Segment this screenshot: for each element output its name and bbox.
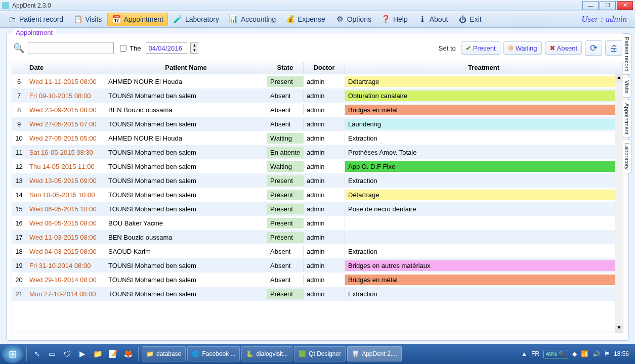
cell-doctor[interactable]: admin: [304, 204, 345, 214]
cell-treatment[interactable]: Extraction: [345, 175, 623, 186]
toolbar-laboratory[interactable]: 🧪Laboratory: [169, 13, 224, 26]
cell-state[interactable]: Absent: [267, 90, 304, 101]
cell-doctor[interactable]: admin: [304, 232, 345, 243]
col-date[interactable]: Date: [26, 62, 105, 74]
cell-patient[interactable]: AHMED NOUR El Houda: [105, 133, 267, 144]
task-qt-designer[interactable]: 🟩Qt Designer: [294, 346, 346, 361]
cell-treatment[interactable]: Extraction: [345, 289, 623, 299]
cell-treatment[interactable]: App O. D.F Fixe: [345, 161, 623, 172]
cell-doctor[interactable]: admin: [304, 76, 345, 87]
cell-doctor[interactable]: admin: [304, 175, 345, 186]
cell-treatment[interactable]: Bridges en métal: [345, 105, 623, 115]
cell-date[interactable]: Sat 16-05-2015 08:30: [26, 147, 105, 158]
cell-state[interactable]: Present: [267, 204, 304, 214]
table-row[interactable]: 19Fri 31-10-2014 08:00TOUNSI Mohamed ben…: [12, 258, 623, 272]
network-icon[interactable]: 📶: [581, 350, 588, 357]
desktop-icon[interactable]: ▭: [46, 348, 58, 360]
col-state[interactable]: State: [267, 62, 304, 74]
table-row[interactable]: 16Wed 06-05-2015 08:00BOU Baker YacinePr…: [12, 216, 623, 230]
task-dialogvisit-[interactable]: 🐍dialogvisit...: [241, 346, 292, 361]
battery-indicator[interactable]: 49%🔌: [543, 350, 568, 358]
cell-doctor[interactable]: admin: [304, 147, 345, 158]
toolbar-appointment[interactable]: 📅Appointment: [107, 13, 168, 26]
set-absent-button[interactable]: ✖Absent: [545, 41, 582, 55]
table-row[interactable]: 9Wed 27-05-2015 07:00TOUNSI Mohamed ben …: [12, 117, 623, 131]
firefox-icon[interactable]: 🦊: [122, 348, 134, 360]
cell-date[interactable]: Sun 10-05-2015 10:00: [26, 190, 105, 200]
cell-state[interactable]: Absent: [267, 246, 304, 257]
cell-treatment[interactable]: Laundering: [345, 119, 623, 129]
cell-state[interactable]: Absent: [267, 260, 304, 271]
cell-date[interactable]: Wed 11-03-2015 08:00: [26, 232, 105, 243]
cell-patient[interactable]: TOUNSI Mohamed ben salem: [105, 289, 267, 299]
cell-treatment[interactable]: Prothèses Amov. Totale: [345, 147, 623, 158]
cell-state[interactable]: Présent: [267, 232, 304, 243]
cell-date[interactable]: Wed 11-11-2015 08:00: [26, 76, 105, 87]
shield-icon[interactable]: 🛡: [61, 348, 73, 360]
cell-patient[interactable]: SAOUD Karim: [105, 246, 267, 257]
cell-date[interactable]: Mon 27-10-2014 08:00: [26, 289, 105, 299]
cell-patient[interactable]: TOUNSI Mohamed ben salem: [105, 204, 267, 214]
table-row[interactable]: 13Wed 13-05-2015 09:00TOUNSI Mohamed ben…: [12, 173, 623, 188]
table-row[interactable]: 8Wed 23-09-2015 08:00BEN Bouzid oussamaA…: [12, 103, 623, 117]
cell-date[interactable]: Wed 06-05-2015 10:00: [26, 204, 105, 214]
cell-doctor[interactable]: admin: [304, 289, 345, 299]
cell-state[interactable]: Waiting: [267, 133, 304, 144]
flag-icon[interactable]: ⚑: [604, 350, 610, 357]
spin-down-icon[interactable]: ▼: [191, 48, 198, 53]
cell-state[interactable]: En attente: [267, 147, 304, 158]
cell-treatment[interactable]: Bridges en métal: [345, 275, 623, 285]
date-input[interactable]: [146, 42, 187, 54]
language-indicator[interactable]: FR: [531, 350, 539, 357]
date-filter-checkbox[interactable]: [120, 45, 126, 52]
cell-treatment[interactable]: [345, 236, 623, 239]
spin-up-icon[interactable]: ▲: [191, 43, 198, 48]
tray-arrow-icon[interactable]: ▲: [521, 350, 527, 357]
tray-icon[interactable]: ◆: [572, 350, 577, 357]
set-present-button[interactable]: ✔Present: [461, 41, 500, 55]
search-input[interactable]: [28, 42, 114, 54]
table-row[interactable]: 10Wed 27-05-2015 05:00AHMED NOUR El Houd…: [12, 131, 623, 145]
toolbar-accounting[interactable]: 📊Accounting: [225, 13, 280, 26]
cell-patient[interactable]: TOUNSI Mohamed ben salem: [105, 119, 267, 129]
refresh-button[interactable]: ⟳: [585, 40, 602, 56]
table-row[interactable]: 20Wed 29-10-2014 08:00TOUNSI Mohamed ben…: [12, 272, 623, 287]
table-row[interactable]: 17Wed 11-03-2015 08:00BEN Bouzid oussama…: [12, 230, 623, 244]
search-icon[interactable]: 🔍: [13, 42, 25, 54]
cell-doctor[interactable]: admin: [304, 275, 345, 285]
cell-doctor[interactable]: admin: [304, 119, 345, 129]
explorer-icon[interactable]: 📁: [92, 348, 104, 360]
cell-date[interactable]: Fri 31-10-2014 08:00: [26, 260, 105, 271]
col-treatment[interactable]: Treatment: [345, 62, 623, 74]
cell-doctor[interactable]: admin: [304, 190, 345, 200]
cell-state[interactable]: Absent: [267, 275, 304, 285]
cell-patient[interactable]: BEN Bouzid oussama: [105, 232, 267, 243]
cell-state[interactable]: Waiting: [267, 161, 304, 172]
cell-date[interactable]: Wed 13-05-2015 09:00: [26, 175, 105, 186]
cell-state[interactable]: Présent: [267, 289, 304, 299]
cell-date[interactable]: Thu 14-05-2015 11:00: [26, 161, 105, 172]
cell-state[interactable]: Present: [267, 218, 304, 229]
volume-icon[interactable]: 🔊: [592, 350, 600, 357]
cell-state[interactable]: Présent: [267, 190, 304, 200]
cell-state[interactable]: Absent: [267, 105, 304, 115]
sidetab-laboratory[interactable]: Laboratory: [623, 140, 631, 173]
table-row[interactable]: 14Sun 10-05-2015 10:00TOUNSI Mohamed ben…: [12, 188, 623, 202]
table-row[interactable]: 18Wed 04-03-2015 08:00SAOUD KarimAbsenta…: [12, 244, 623, 258]
cursor-icon[interactable]: ↖: [31, 348, 43, 360]
toolbar-patient-record[interactable]: 🗂Patient record: [3, 13, 68, 26]
cell-date[interactable]: Wed 06-05-2015 08:00: [26, 218, 105, 229]
toolbar-help[interactable]: ❓Help: [377, 13, 412, 26]
table-row[interactable]: 11Sat 16-05-2015 08:30TOUNSI Mohamed ben…: [12, 145, 623, 159]
task-database[interactable]: 📁database: [142, 346, 186, 361]
cell-doctor[interactable]: admin: [304, 133, 345, 144]
cell-date[interactable]: Wed 27-05-2015 05:00: [26, 133, 105, 144]
cell-treatment[interactable]: Bridges en autres matériaux: [345, 260, 623, 271]
cell-treatment[interactable]: Extraction: [345, 133, 623, 144]
clock[interactable]: 18:56: [614, 350, 629, 357]
col-rownum[interactable]: [12, 62, 26, 74]
close-button[interactable]: ✕: [617, 1, 633, 10]
cell-date[interactable]: Wed 23-09-2015 08:00: [26, 105, 105, 115]
cell-state[interactable]: Absent: [267, 119, 304, 129]
sidetab-appointment[interactable]: Appointment: [623, 100, 631, 138]
